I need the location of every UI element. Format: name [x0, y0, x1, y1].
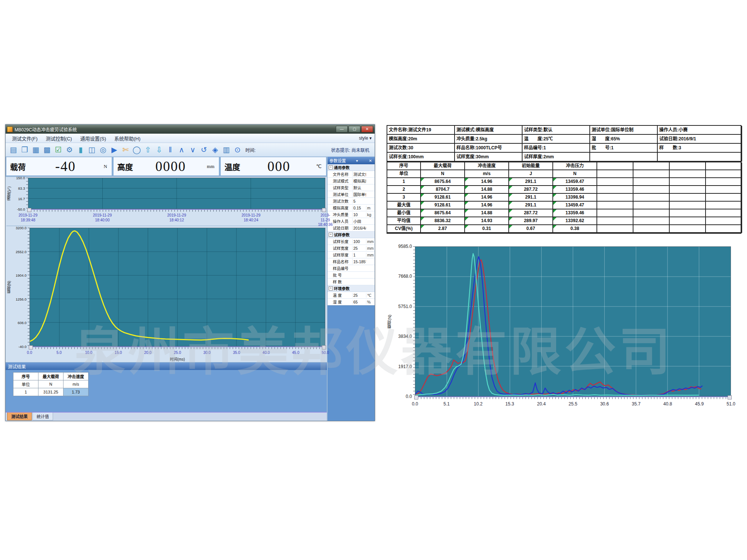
- readout-bar: 载荷-40N高度0000mm温度000℃: [6, 157, 327, 177]
- minimize-button[interactable]: —: [336, 126, 348, 133]
- results-cell[interactable]: 1: [13, 388, 38, 396]
- y-tick-label: 150.0: [16, 176, 25, 180]
- tab-统计值[interactable]: 统计值: [32, 413, 53, 420]
- report-chart-axis: [415, 396, 731, 401]
- parameter-value[interactable]: 1: [352, 253, 366, 257]
- results-cell[interactable]: 1.73: [63, 388, 89, 396]
- parameter-value[interactable]: 25: [352, 293, 366, 298]
- readout-温度: 温度000℃: [220, 157, 327, 176]
- report-table-cell: [633, 162, 670, 170]
- settings-gear-icon[interactable]: ⚙: [64, 144, 75, 155]
- parameter-label: 测试模式: [328, 178, 352, 184]
- parameter-value[interactable]: 15-185钢丝带: [352, 259, 366, 264]
- temperature-chart-axis: [28, 209, 325, 213]
- report-table-cell: N: [553, 170, 597, 178]
- parameter-value[interactable]: 25: [352, 246, 366, 251]
- menu-bar: 测试文件(F)测试控制(C)通用设置(S)系统帮助(H) style ▾: [6, 134, 375, 143]
- new-file-icon[interactable]: ▤: [8, 144, 19, 155]
- results-cell[interactable]: 3131.25: [38, 388, 63, 396]
- menu-item[interactable]: 测试控制(C): [43, 134, 75, 143]
- report-table-cell: [597, 170, 633, 178]
- x-tick-label: 35.0: [233, 351, 240, 355]
- readout-label: 高度: [114, 161, 134, 172]
- parameter-value[interactable]: 国际单位制: [352, 192, 366, 197]
- save-file-icon[interactable]: ▦: [30, 144, 41, 155]
- parameter-value[interactable]: 小田: [352, 218, 366, 224]
- parameter-value[interactable]: 10: [352, 212, 366, 217]
- close-button[interactable]: ✕: [361, 126, 373, 133]
- panel-icon[interactable]: ▥: [221, 144, 232, 155]
- menu-item[interactable]: 系统帮助(H): [111, 134, 144, 143]
- close-icon[interactable]: ✕: [368, 159, 373, 163]
- parameter-value[interactable]: 2016/4/20: [352, 226, 366, 230]
- report-table-cell: [633, 194, 670, 202]
- pause-icon[interactable]: ‖: [165, 144, 176, 155]
- display-grid-icon[interactable]: ◫: [86, 144, 97, 155]
- menu-item[interactable]: 测试文件(F): [9, 134, 41, 143]
- x-tick-label: 40.0: [263, 351, 270, 355]
- parameter-sidebar-caption: 参数设置: [329, 158, 346, 164]
- report-table-cell: [597, 194, 633, 202]
- parameter-unit: mm: [366, 239, 375, 244]
- lock-icon[interactable]: ◈: [210, 144, 221, 155]
- collapse-icon[interactable]: −: [329, 165, 333, 169]
- start-test-icon[interactable]: ▶: [109, 144, 120, 155]
- parameter-unit: mm: [366, 246, 375, 251]
- return-icon[interactable]: ↺: [198, 144, 210, 155]
- axis-scroll-grip-right[interactable]: [322, 345, 326, 349]
- parameter-value[interactable]: 0.15: [352, 206, 366, 210]
- report-table-cell: 14.96: [465, 194, 509, 202]
- report-table-cell: 3: [387, 194, 421, 202]
- parameter-value[interactable]: 模拟高度: [352, 178, 366, 184]
- fall-icon[interactable]: ⇩: [154, 144, 165, 155]
- report-table-cell: 13459.47: [553, 178, 597, 186]
- report-table-cell: [597, 162, 633, 170]
- clean-icon[interactable]: ✄: [120, 144, 131, 155]
- axis-scroll-grip-left[interactable]: [27, 208, 31, 212]
- jog-up-icon[interactable]: ∧: [176, 144, 187, 155]
- report-table-cell: [670, 194, 706, 202]
- report-table-cell: 1: [387, 178, 421, 186]
- report-table-cell: [633, 225, 670, 233]
- axis-scroll-grip-left[interactable]: [29, 345, 33, 349]
- axis-scroll-grip-left[interactable]: [414, 395, 418, 399]
- power-icon[interactable]: ⊙: [232, 144, 243, 155]
- axis-scroll-grip-right[interactable]: [728, 395, 732, 399]
- window-titlebar: MB029C动态冲击疲劳试验系统 — ▢ ✕: [6, 125, 375, 134]
- report-table-cell: 14.96: [465, 178, 509, 186]
- parameter-value[interactable]: 65: [352, 300, 366, 304]
- results-header-cell: m/s: [63, 380, 89, 388]
- save-as-icon[interactable]: ▩: [41, 144, 53, 155]
- x-tick-label: 5.0: [56, 351, 62, 355]
- parameter-section-header[interactable]: −试样参数: [328, 231, 375, 238]
- report-table-cell: [670, 225, 706, 233]
- collapse-icon[interactable]: −: [329, 233, 333, 237]
- menu-item[interactable]: 通用设置(S): [77, 134, 109, 143]
- axis-scroll-grip-right[interactable]: [322, 208, 326, 212]
- parameter-section-header[interactable]: −通用参数: [328, 164, 375, 171]
- pin-icon[interactable]: ▾: [355, 159, 359, 163]
- open-file-icon[interactable]: ❒: [19, 144, 30, 155]
- collapse-icon[interactable]: −: [329, 286, 333, 290]
- device-check-icon[interactable]: ☑: [53, 144, 64, 155]
- results-header-cell: N: [38, 380, 63, 388]
- jog-down-icon[interactable]: ∨: [187, 144, 198, 155]
- report-table-cell: 287.72: [509, 209, 553, 217]
- maximize-button[interactable]: ▢: [348, 126, 360, 133]
- report-table-cell: [670, 202, 706, 209]
- sample-icon[interactable]: ▮: [75, 144, 86, 155]
- x-tick-label: 10.2: [474, 401, 483, 407]
- parameter-value[interactable]: 默认: [352, 185, 366, 190]
- parameter-value[interactable]: 100: [352, 239, 366, 244]
- parameter-section-header[interactable]: −环境参数: [328, 285, 375, 292]
- report-table-cell: [597, 209, 633, 217]
- parameter-value[interactable]: 5: [352, 199, 366, 203]
- style-dropdown[interactable]: style ▾: [359, 136, 372, 141]
- tab-测试结果[interactable]: 测试结果: [7, 413, 32, 420]
- rise-icon[interactable]: ⇧: [142, 144, 154, 155]
- x-tick-label: 40.8: [663, 401, 672, 407]
- parameter-value[interactable]: 测试文件1: [352, 171, 366, 177]
- report-info-cell: 样品名称:1000TLCP号: [455, 144, 523, 153]
- loop-icon[interactable]: ◯: [131, 144, 142, 155]
- zero-adjust-icon[interactable]: ◎: [97, 144, 109, 155]
